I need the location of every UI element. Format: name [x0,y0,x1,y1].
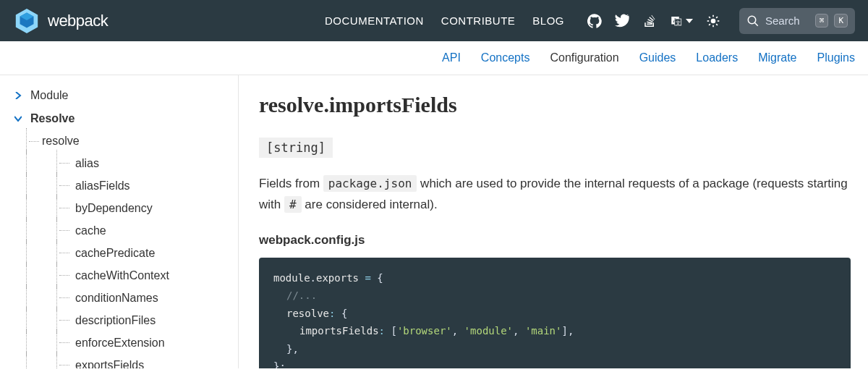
sidebar-label: Resolve [30,112,75,125]
subnav-api[interactable]: API [442,51,461,64]
sidebar-label: cache [75,224,106,237]
sidebar-label: alias [75,157,99,170]
github-icon[interactable] [587,14,602,28]
sidebar-item-enforceextension[interactable]: enforceExtension [0,331,238,354]
sidebar-item-cachewithcontext[interactable]: cacheWithContext [0,264,238,287]
chevron-right-icon [14,91,23,100]
content-layout: Module Resolve resolve alias aliasFields… [0,75,868,368]
nav-blog[interactable]: BLOG [532,14,564,27]
subnav-concepts[interactable]: Concepts [481,51,530,64]
sidebar-item-conditionnames[interactable]: conditionNames [0,287,238,309]
header-icons: A文 [587,14,720,28]
subnav-configuration[interactable]: Configuration [550,51,618,64]
inline-code: package.json [323,175,417,192]
sidebar-item-aliasfields[interactable]: aliasFields [0,174,238,197]
sidebar-group-module[interactable]: Module [0,84,238,107]
inline-code: # [284,196,302,213]
sidebar-label: exportsFields [75,359,144,369]
sidebar-label: cachePredicate [75,247,155,260]
sub-navigation: API Concepts Configuration Guides Loader… [0,41,868,75]
sidebar-label: descriptionFiles [75,314,156,327]
subnav-guides[interactable]: Guides [639,51,676,64]
sidebar-item-bydependency[interactable]: byDependency [0,197,238,219]
theme-toggle-icon[interactable] [706,14,720,28]
sidebar-group-resolve[interactable]: Resolve [0,107,238,130]
svg-line-12 [709,17,710,18]
svg-line-14 [709,24,710,25]
sidebar-label: cacheWithContext [75,269,169,282]
sidebar-label: aliasFields [75,179,130,193]
webpack-logo-icon [13,7,41,35]
kbd-k: K [834,14,848,28]
sidebar-item-alias[interactable]: alias [0,152,238,174]
stackoverflow-icon[interactable] [642,14,657,28]
sidebar-item-resolve[interactable]: resolve [0,130,238,152]
sidebar-label: Module [30,89,68,102]
svg-text:文: 文 [676,20,681,25]
logo-text: webpack [48,12,108,30]
chevron-down-icon [14,114,23,123]
logo-area[interactable]: webpack [13,7,316,35]
sidebar-item-cachepredicate[interactable]: cachePredicate [0,242,238,264]
subnav-loaders[interactable]: Loaders [696,51,738,64]
sidebar-item-descriptionfiles[interactable]: descriptionFiles [0,309,238,331]
subnav-migrate[interactable]: Migrate [758,51,796,64]
code-block: module.exports = { //... resolve: { impo… [259,258,851,368]
sidebar-label: resolve [42,135,80,148]
language-selector[interactable]: A文 [670,14,693,28]
sidebar-item-exportsfields[interactable]: exportsFields [0,354,238,368]
svg-point-16 [748,16,756,24]
sidebar-item-cache[interactable]: cache [0,219,238,242]
page-title: resolve.importsFields [259,93,851,117]
sidebar-label: byDependency [75,202,153,215]
svg-line-17 [754,22,758,26]
nav-contribute[interactable]: CONTRIBUTE [441,14,516,27]
svg-point-7 [711,18,716,23]
svg-line-15 [716,17,718,18]
main-content: resolve.importsFields [string] Fields fr… [239,75,868,368]
subnav-plugins[interactable]: Plugins [817,51,855,64]
sidebar-label: conditionNames [75,292,158,305]
sidebar: Module Resolve resolve alias aliasFields… [0,75,239,368]
code-filename: webpack.config.js [259,233,851,248]
twitter-icon[interactable] [615,14,629,28]
main-header: webpack DOCUMENTATION CONTRIBUTE BLOG A文… [0,0,868,41]
svg-line-13 [716,24,718,25]
search-box[interactable]: Search ⌘ K [739,8,855,34]
search-icon [746,14,760,28]
nav-documentation[interactable]: DOCUMENTATION [325,14,424,27]
kbd-cmd: ⌘ [815,14,829,28]
chevron-down-icon [686,19,693,23]
sidebar-label: enforceExtension [75,337,165,350]
search-placeholder: Search [765,14,809,27]
type-badge: [string] [259,138,333,158]
description: Fields from package.json which are used … [259,174,851,216]
header-nav: DOCUMENTATION CONTRIBUTE BLOG [325,14,564,27]
